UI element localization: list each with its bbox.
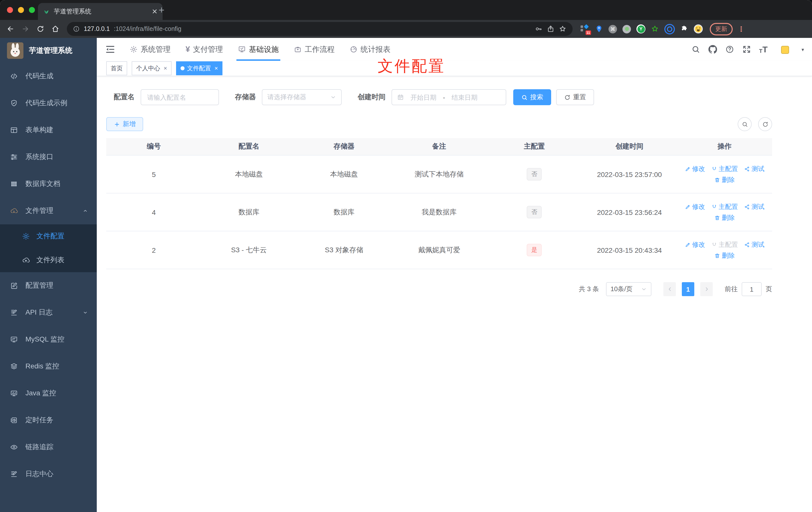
share-icon[interactable]	[547, 25, 555, 33]
master-action[interactable]: 主配置	[711, 164, 738, 173]
reload-icon[interactable]	[34, 23, 47, 35]
close-icon[interactable]: ×	[164, 65, 167, 72]
sidebar-item-file-config[interactable]: 文件配置	[0, 224, 97, 248]
user-caret-down-icon[interactable]: ▾	[802, 47, 804, 52]
sidebar-item-redis-monitor[interactable]: Redis 监控	[0, 353, 97, 380]
delete-action[interactable]: 删除	[714, 213, 735, 222]
extension-map-pin-icon[interactable]	[595, 25, 603, 33]
chevron-up-icon	[83, 208, 88, 213]
bookmark-star-icon[interactable]	[559, 25, 567, 33]
reset-button[interactable]: 重置	[556, 89, 594, 105]
sidebar-item-form-builder[interactable]: 表单构建	[0, 117, 97, 144]
col-master: 主配置	[487, 142, 582, 151]
tab-close-icon[interactable]: ✕	[152, 8, 157, 15]
menu-system-manage[interactable]: 系统管理	[130, 38, 171, 61]
font-size-icon[interactable]: TT	[759, 45, 767, 54]
collapse-sidebar-icon[interactable]	[105, 44, 116, 55]
extension-recorder-icon[interactable]	[622, 25, 631, 33]
extension-puzzle-icon[interactable]	[680, 25, 688, 33]
close-window-button[interactable]	[7, 7, 13, 13]
sidebar-item-api-log[interactable]: API 日志	[0, 299, 97, 326]
sidebar-item-scheduled-task[interactable]: 定时任务	[0, 407, 97, 434]
refresh-icon	[564, 94, 571, 100]
briefcase-icon	[294, 46, 302, 53]
fullscreen-icon[interactable]	[742, 45, 751, 54]
extension-star-icon[interactable]	[651, 25, 659, 33]
sidebar-item-log-center[interactable]: 日志中心	[0, 461, 97, 488]
new-tab-button[interactable]: +	[158, 5, 164, 15]
goto-page-input[interactable]	[742, 282, 762, 296]
page-number-current[interactable]: 1	[682, 282, 694, 296]
trash-icon	[714, 252, 720, 259]
avatar[interactable]	[776, 40, 793, 58]
browser-update-button[interactable]: 更新	[710, 23, 733, 35]
share-nodes-icon	[744, 166, 750, 172]
add-button[interactable]: 新增	[106, 117, 143, 131]
end-date-input[interactable]	[448, 93, 481, 101]
browser-menu-icon[interactable]: ⋮	[738, 25, 745, 33]
storage-select[interactable]: 请选择存储器	[262, 89, 342, 105]
cell-actions: 修改 主配置 测试 删除	[677, 240, 772, 260]
sidebar-item-code-gen-example[interactable]: 代码生成示例	[0, 90, 97, 117]
sidebar-item-config-manage[interactable]: 配置管理	[0, 272, 97, 299]
edit-action[interactable]: 修改	[685, 240, 705, 249]
back-icon[interactable]	[4, 23, 17, 35]
refresh-table-button[interactable]	[758, 117, 772, 131]
edit-action[interactable]: 修改	[685, 202, 705, 211]
chevron-right-icon	[703, 286, 709, 292]
github-icon[interactable]	[708, 45, 717, 54]
next-page-button[interactable]	[700, 282, 713, 296]
sidebar-item-file-manage[interactable]: 文件管理	[0, 198, 97, 224]
sidebar-item-db-doc[interactable]: 数据库文档	[0, 171, 97, 198]
filter-form: 配置名 存储器 请选择存储器 创建时间	[114, 89, 812, 105]
extension-pin-icon[interactable]: 11	[581, 24, 589, 33]
password-key-icon[interactable]	[535, 25, 543, 33]
plus-icon	[114, 121, 120, 127]
delete-action[interactable]: 删除	[714, 175, 735, 184]
address-bar[interactable]: 127.0.0.1:1024/infra/file/file-config	[67, 22, 573, 36]
config-name-input[interactable]	[141, 89, 219, 105]
home-icon[interactable]	[49, 23, 62, 35]
search-button[interactable]: 搜索	[513, 89, 551, 105]
magnet-icon	[711, 242, 717, 247]
test-action[interactable]: 测试	[744, 240, 764, 249]
start-date-input[interactable]	[407, 93, 440, 101]
range-separator: -	[443, 93, 445, 101]
sidebar-item-file-list[interactable]: 文件列表	[0, 248, 97, 272]
menu-workflow[interactable]: 工作流程	[294, 38, 335, 61]
sidebar-item-java-monitor[interactable]: Java 监控	[0, 380, 97, 407]
show-search-button[interactable]	[738, 117, 752, 131]
sidebar-item-mysql-monitor[interactable]: MySQL 监控	[0, 326, 97, 353]
sidebar-item-tracing[interactable]: 链路追踪	[0, 434, 97, 461]
sidebar-item-code-gen[interactable]: 代码生成	[0, 63, 97, 90]
zoom-window-button[interactable]	[29, 7, 35, 13]
tag-file-config[interactable]: 文件配置×	[176, 61, 223, 75]
menu-pay-manage[interactable]: ¥ 支付管理	[185, 38, 223, 61]
extension-y-icon[interactable]: Y	[636, 24, 645, 33]
tag-home[interactable]: 首页	[106, 61, 127, 75]
help-icon[interactable]	[725, 45, 734, 54]
sidebar-item-system-api[interactable]: 系统接口	[0, 144, 97, 171]
site-info-icon[interactable]	[73, 25, 80, 32]
forward-icon[interactable]	[19, 23, 32, 35]
extension-eye-icon[interactable]	[664, 24, 675, 34]
edit-action[interactable]: 修改	[685, 164, 705, 173]
app: 芋道管理系统 代码生成 代码生成示例 表单构建 系统接口	[0, 38, 812, 512]
page-size-select[interactable]: 10条/页	[606, 282, 651, 296]
date-range-picker[interactable]: -	[392, 89, 506, 105]
close-icon[interactable]: ×	[214, 65, 218, 72]
search-icon[interactable]	[691, 45, 700, 54]
extension-emoji-icon[interactable]	[694, 24, 703, 33]
extension-command-icon[interactable]: ⌘	[609, 25, 617, 33]
prev-page-button[interactable]	[663, 282, 676, 296]
test-action[interactable]: 测试	[744, 164, 764, 173]
tag-profile[interactable]: 个人中心×	[132, 61, 172, 75]
minimize-window-button[interactable]	[18, 7, 24, 13]
menu-infrastructure[interactable]: 基础设施	[238, 38, 279, 61]
delete-action[interactable]: 删除	[714, 251, 735, 260]
browser-tab[interactable]: 芋道管理系统 ✕	[38, 3, 163, 20]
test-action[interactable]: 测试	[744, 202, 764, 211]
share-nodes-icon	[744, 204, 750, 210]
app-logo-row[interactable]: 芋道管理系统	[0, 38, 97, 63]
master-action[interactable]: 主配置	[711, 202, 738, 211]
